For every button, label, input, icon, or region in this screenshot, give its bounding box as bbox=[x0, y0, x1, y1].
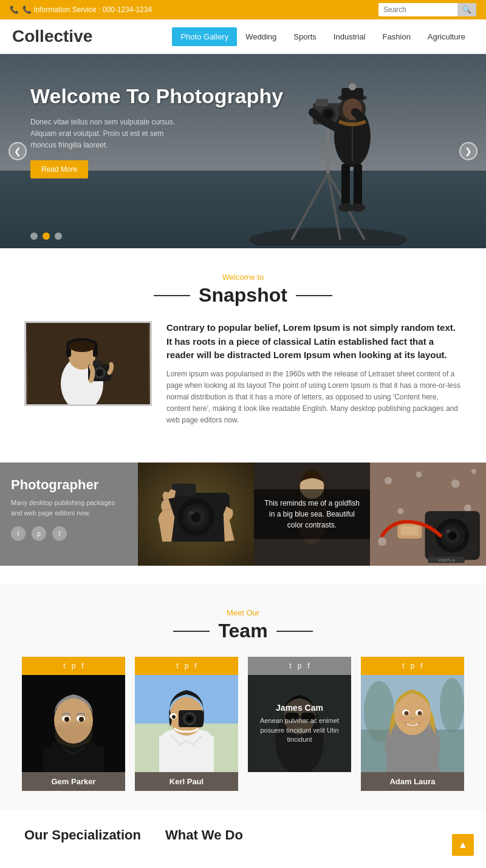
svg-rect-29 bbox=[93, 361, 102, 367]
james-cam-desc: Aenean pulvinar ac enimet posuere tincid… bbox=[254, 716, 345, 744]
gallery-item-woman-quote[interactable]: This reminds me of a goldfish in a big b… bbox=[254, 463, 370, 566]
team-line-left bbox=[173, 631, 210, 632]
snapshot-content: Contrary to popular belief, Lorem Ipsum … bbox=[24, 321, 462, 426]
hero-dot-2[interactable] bbox=[43, 232, 50, 240]
facebook-icon-james[interactable]: f bbox=[307, 662, 309, 670]
pinterest-icon[interactable]: p bbox=[32, 526, 46, 541]
svg-point-83 bbox=[172, 715, 176, 719]
team-card-header-kerl: t p f bbox=[135, 657, 238, 675]
svg-point-13 bbox=[349, 83, 356, 90]
pinterest-icon-james[interactable]: p bbox=[298, 662, 302, 670]
snapshot-body-text: Lorem ipsum was popularised in the 1960s… bbox=[166, 368, 462, 427]
svg-point-70 bbox=[79, 717, 84, 722]
nav-links: Photo Gallery Wedding Sports Industrial … bbox=[172, 27, 474, 46]
svg-rect-25 bbox=[93, 348, 98, 357]
title-line-right bbox=[296, 295, 332, 296]
snapshot-title-wrap: Snapshot bbox=[24, 284, 462, 307]
twitter-icon[interactable]: t bbox=[11, 526, 26, 541]
team-card-adam-laura[interactable]: t p f bbox=[361, 657, 464, 791]
phone-icon: 📞 bbox=[10, 5, 19, 14]
search-button[interactable]: 🔍 bbox=[457, 3, 476, 16]
gallery-item-photographer: Photographer Many desktop publishing pac… bbox=[0, 463, 138, 566]
svg-point-69 bbox=[64, 717, 69, 722]
svg-rect-6 bbox=[316, 99, 328, 106]
nav-item-wedding[interactable]: Wedding bbox=[237, 27, 285, 46]
team-title: Team bbox=[218, 620, 267, 642]
team-section: Meet Our Team t p f bbox=[0, 584, 486, 809]
team-kerl-image bbox=[135, 675, 238, 772]
search-input[interactable] bbox=[378, 4, 457, 16]
snapshot-image-inner bbox=[26, 323, 150, 404]
scroll-to-top-button[interactable]: ▲ bbox=[452, 834, 474, 856]
specialization-title: Our Specialization bbox=[24, 827, 141, 843]
facebook-icon-adam[interactable]: f bbox=[420, 662, 422, 670]
nav-item-agriculture[interactable]: Agriculture bbox=[419, 27, 474, 46]
twitter-icon-james[interactable]: t bbox=[289, 662, 291, 670]
snapshot-section: Welcome to Snapshot bbox=[0, 248, 486, 444]
team-card-header-adam: t p f bbox=[361, 657, 464, 675]
svg-rect-71 bbox=[43, 747, 104, 772]
gem-parker-name: Gem Parker bbox=[22, 772, 125, 791]
svg-point-97 bbox=[440, 678, 464, 733]
hero-cta-button[interactable]: Read More bbox=[30, 160, 88, 178]
facebook-icon-kerl[interactable]: f bbox=[194, 662, 196, 670]
svg-point-19 bbox=[351, 203, 365, 212]
svg-point-43 bbox=[385, 477, 392, 484]
svg-point-81 bbox=[188, 717, 191, 721]
team-title-wrap: Team bbox=[12, 620, 474, 642]
twitter-icon-adam[interactable]: t bbox=[402, 662, 404, 670]
twitter-icon-kerl[interactable]: t bbox=[176, 662, 178, 670]
svg-point-48 bbox=[464, 504, 471, 512]
team-adam-image bbox=[361, 675, 464, 772]
hero-dot-1[interactable] bbox=[30, 232, 38, 240]
svg-point-45 bbox=[451, 480, 460, 488]
nav-item-fashion[interactable]: Fashion bbox=[374, 27, 419, 46]
team-card-header-gem: t p f bbox=[22, 657, 125, 675]
svg-rect-24 bbox=[66, 348, 71, 357]
hero-prev-button[interactable]: ❮ bbox=[9, 142, 27, 160]
scroll-top-icon: ▲ bbox=[458, 839, 468, 850]
adam-laura-name: Adam Laura bbox=[361, 772, 464, 791]
svg-text:VOIGTL·A: VOIGTL·A bbox=[438, 559, 455, 563]
top-bar: 📞 📞 Information Service : 000-1234-1234 … bbox=[0, 0, 486, 19]
phone-text: 📞 Information Service : 000-1234-1234 bbox=[22, 5, 152, 14]
twitter-icon-gem[interactable]: t bbox=[63, 662, 65, 670]
svg-point-105 bbox=[397, 716, 407, 722]
gallery-social-icons: t p f bbox=[11, 526, 127, 541]
team-card-james-cam[interactable]: t p f bbox=[248, 657, 351, 791]
team-james-image: James Cam Aenean pulvinar ac enimet posu… bbox=[248, 675, 351, 772]
svg-point-49 bbox=[378, 538, 386, 546]
nav-item-sports[interactable]: Sports bbox=[285, 27, 325, 46]
search-box[interactable]: 🔍 bbox=[378, 3, 476, 16]
snapshot-image bbox=[24, 321, 152, 406]
team-card-header-james: t p f bbox=[248, 657, 351, 675]
svg-rect-61 bbox=[400, 527, 419, 536]
svg-point-46 bbox=[471, 469, 476, 474]
hero-dot-3[interactable] bbox=[55, 232, 62, 240]
gallery-photographer-title: Photographer bbox=[11, 477, 127, 493]
pinterest-icon-kerl[interactable]: p bbox=[185, 662, 189, 670]
nav-item-industrial[interactable]: Industrial bbox=[325, 27, 374, 46]
svg-point-104 bbox=[418, 711, 422, 716]
team-gem-image bbox=[22, 675, 125, 772]
team-card-gem-parker[interactable]: t p f bbox=[22, 657, 125, 791]
bottom-sections: Our Specialization What We Do bbox=[0, 809, 486, 865]
pinterest-icon-adam[interactable]: p bbox=[411, 662, 415, 670]
svg-point-103 bbox=[405, 711, 409, 716]
team-line-right bbox=[276, 631, 313, 632]
gallery-item-camera-hands[interactable] bbox=[138, 463, 254, 566]
team-card-kerl-paul[interactable]: t p f bbox=[135, 657, 238, 791]
svg-point-38 bbox=[189, 511, 194, 515]
hero-next-button[interactable]: ❯ bbox=[459, 142, 477, 160]
snapshot-bold-text: Contrary to popular belief, Lorem Ipsum … bbox=[166, 321, 462, 362]
nav-item-photo-gallery[interactable]: Photo Gallery bbox=[172, 27, 237, 46]
team-sub-label: Meet Our bbox=[12, 608, 474, 617]
gallery-item-camera-closeup[interactable]: VOIGTL·A bbox=[370, 463, 486, 566]
svg-point-28 bbox=[96, 369, 103, 376]
specialization-section: Our Specialization bbox=[24, 827, 141, 847]
pinterest-icon-gem[interactable]: p bbox=[72, 662, 76, 670]
facebook-icon-gem[interactable]: f bbox=[81, 662, 83, 670]
james-cam-overlay: James Cam Aenean pulvinar ac enimet posu… bbox=[248, 675, 351, 772]
what-we-do-title: What We Do bbox=[165, 827, 243, 843]
facebook-icon[interactable]: f bbox=[52, 526, 67, 541]
